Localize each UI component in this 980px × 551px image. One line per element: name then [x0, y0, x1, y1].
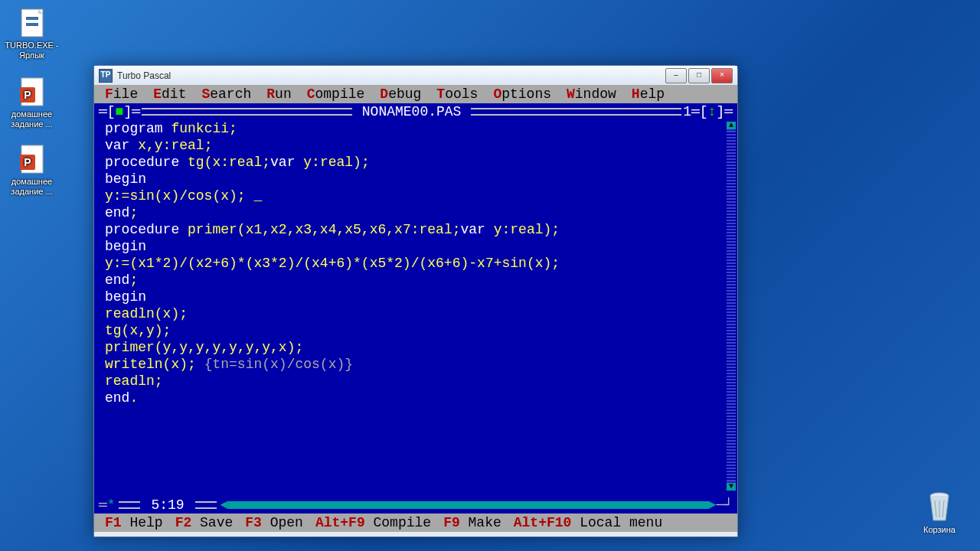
scroll-up-icon[interactable]: ▲ [727, 122, 736, 129]
menu-debug[interactable]: Debug [380, 86, 421, 103]
menu-options[interactable]: Options [493, 86, 551, 103]
editor-title-frame: ═[■]═ NONAME00.PAS 1═[↕]═ [94, 103, 737, 120]
code-line: begin [105, 289, 727, 305]
window-controls: – □ × [665, 68, 733, 83]
menu-file[interactable]: File [105, 86, 138, 103]
menu-edit[interactable]: Edit [153, 86, 186, 103]
code-line: readln(x); [105, 305, 727, 322]
fkey-compile[interactable]: Alt+F9 Compile [315, 514, 431, 531]
recycle-bin[interactable]: Корзина [913, 490, 966, 534]
editor-filename: NONAME00.PAS [362, 104, 462, 119]
ppt-icon: P [18, 77, 46, 107]
code-editor[interactable]: program funkcii;var x,y:real;procedure t… [94, 120, 737, 497]
code-line: end; [105, 204, 727, 221]
menu-compile[interactable]: Compile [307, 86, 365, 103]
scroll-left-icon[interactable]: ◄ [220, 497, 228, 514]
recycle-bin-icon [924, 490, 955, 523]
menu-window[interactable]: Window [567, 86, 616, 103]
recycle-bin-label: Корзина [923, 525, 956, 534]
window-number: 1 [683, 104, 691, 119]
fkey-help[interactable]: F1 Help [105, 514, 163, 531]
maximize-button[interactable]: □ [688, 68, 710, 83]
window-title: Turbo Pascal [117, 70, 665, 81]
window-titlebar[interactable]: TP Turbo Pascal – □ × [94, 66, 737, 85]
status-bar: F1 Help F2 Save F3 Open Alt+F9 Compile F… [94, 514, 737, 532]
minimize-button[interactable]: – [665, 68, 687, 83]
exe-icon [18, 8, 46, 38]
modified-indicator-icon: * [107, 497, 116, 514]
menu-run[interactable]: Run [266, 86, 291, 103]
svg-text:P: P [24, 156, 31, 168]
fkey-local-menu[interactable]: Alt+F10 Local menu [514, 514, 662, 531]
desktop-icon-label: домашнее задание ... [11, 109, 52, 129]
svg-text:P: P [24, 89, 31, 101]
scroll-right-icon[interactable]: ► [708, 497, 717, 514]
app-window: TP Turbo Pascal – □ × FileEditSearchRunC… [93, 65, 738, 537]
code-line: readln; [105, 373, 727, 390]
horizontal-scrollbar[interactable] [228, 501, 707, 509]
code-line: program funkcii; [105, 120, 727, 137]
code-line: begin [105, 238, 727, 255]
desktop-icon-label: домашнее задание ... [11, 177, 52, 196]
desktop-shortcut-turbo[interactable]: TURBO.EXE - Ярлык [3, 8, 60, 60]
code-line: y:=(x1*2)/(x2+6)*(x3*2)/(x4+6)*(x5*2)/(x… [105, 255, 727, 272]
code-line: var x,y:real; [105, 137, 727, 154]
svg-rect-2 [26, 17, 38, 20]
svg-rect-3 [26, 23, 38, 26]
close-button[interactable]: × [711, 68, 733, 83]
menu-help[interactable]: Help [632, 86, 665, 103]
fkey-make[interactable]: F9 Make [443, 514, 501, 531]
app-icon: TP [99, 69, 113, 83]
fkey-save[interactable]: F2 Save [175, 514, 234, 531]
ppt-icon: P [18, 144, 46, 174]
desktop-shortcut-hw1[interactable]: P домашнее задание ... [3, 77, 60, 129]
code-line: procedure primer(x1,x2,x3,x4,x5,x6,x7:re… [105, 221, 727, 238]
menu-bar: FileEditSearchRunCompileDebugToolsOption… [94, 85, 737, 103]
code-line: end; [105, 272, 727, 289]
cursor-position: 5:19 [151, 497, 184, 513]
code-line: tg(x,y); [105, 322, 727, 339]
code-line: procedure tg(x:real;var y:real); [105, 154, 727, 171]
code-line: y:=sin(x)/cos(x); _ [105, 187, 727, 204]
fkey-open[interactable]: F3 Open [245, 514, 303, 531]
desktop-shortcut-hw2[interactable]: P домашнее задание ... [3, 144, 60, 197]
code-line: begin [105, 171, 727, 187]
menu-search[interactable]: Search [201, 86, 251, 103]
tp-close-window-icon[interactable]: ■ [116, 103, 124, 120]
code-line: end. [105, 390, 727, 406]
scroll-down-icon[interactable]: ▼ [727, 483, 736, 491]
desktop-icon-label: TURBO.EXE - Ярлык [5, 41, 58, 60]
tp-zoom-icon[interactable]: ↕ [708, 103, 717, 120]
editor-bottom-frame: ═* 5:19 ◄ ► ─┘ [94, 497, 737, 514]
menu-tools[interactable]: Tools [436, 86, 478, 103]
code-line: primer(y,y,y,y,y,y,y,x); [105, 339, 727, 356]
code-line: writeln(x); {tn=sin(x)/cos(x)} [105, 356, 727, 373]
vertical-scrollbar[interactable]: ▲ ▼ [727, 122, 736, 491]
